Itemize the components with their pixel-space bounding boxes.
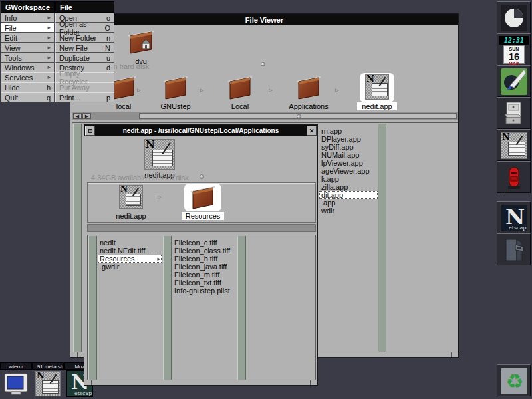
menu-item-print[interactable]: Print... p [55, 92, 114, 102]
bw-shelf-scrollbar[interactable] [87, 224, 316, 232]
menu-item-view[interactable]: View ▸ [1, 43, 55, 53]
dock-tile-mail[interactable]: ... [497, 161, 531, 193]
bw-resize-bar[interactable] [84, 380, 317, 385]
fv-app-row[interactable]: rn.app [319, 127, 378, 135]
menu-item-tools[interactable]: Tools ▸ [1, 53, 55, 63]
fv-app-row[interactable]: wdir [319, 207, 378, 215]
bw-col1-row[interactable]: .gwdir [98, 263, 162, 271]
shelf-folder-applications-label: Applications [282, 102, 335, 110]
bw-shelf-neditapp-label: nedit.app [111, 212, 151, 220]
menu-item-open-as-folder[interactable]: Open as Folder O [55, 23, 114, 33]
bw-col2-row[interactable]: FileIcon_txt.tiff [172, 279, 236, 287]
scroll-left-button[interactable]: ◀ [73, 113, 82, 119]
menu-item-new-folder[interactable]: New Folder n [55, 33, 114, 43]
bw-shelf-neditapp-icon[interactable]: N [119, 185, 143, 209]
fv-splitter-dimple[interactable] [261, 62, 265, 66]
menu-item-info[interactable]: Info ▸ [1, 13, 55, 23]
file-submenu: File Open o Open as Folder O New Folder … [55, 1, 114, 102]
bw-splitter-dimple[interactable] [200, 174, 204, 179]
fv-col1-scrollbar[interactable] [73, 124, 82, 352]
fv-apps-column: rn.app DPlayer.app syDiff.app NUMail.app… [319, 124, 378, 352]
shelf-folder-gnustep-icon[interactable] [162, 74, 189, 101]
dock-tile-gworkspace[interactable]: ... [497, 97, 531, 129]
fv-col2-scrollbar[interactable] [378, 124, 386, 352]
menu-item-hide[interactable]: Hide h [1, 82, 55, 92]
menu-item-new-file[interactable]: New File N [55, 43, 114, 53]
file-submenu-title[interactable]: File [55, 1, 114, 13]
shelf-folder-applications-icon[interactable] [295, 74, 322, 101]
fv-app-row[interactable]: DPlayer.app [319, 135, 378, 143]
miniaturize-button[interactable] [85, 126, 95, 136]
nedit-browser-title: nedit.app - /usr/local/GNUstep/Local/App… [123, 127, 279, 134]
scroll-right-button[interactable]: ▶ [82, 113, 91, 119]
miniwindow-nedit-label: ...91.meta.shtml [32, 362, 64, 370]
neditapp-window-icon[interactable]: N [144, 139, 175, 170]
dock-tile-datetime[interactable]: 12:31 SUN 16 MAR [497, 33, 531, 65]
menu-item-file[interactable]: File ▸ [1, 23, 55, 33]
menu-item-edit[interactable]: Edit ▸ [1, 33, 55, 43]
shelf-item-neditapp-label: nedit.app [357, 102, 397, 110]
fv-app-row[interactable]: syDiff.app [319, 143, 378, 151]
fv-app-row[interactable]: k.app [319, 175, 378, 183]
running-indicator: ... [499, 188, 507, 192]
miniwindow-wterm[interactable]: wterm [0, 362, 32, 397]
fv-app-row[interactable]: zilla.app [319, 183, 378, 191]
nedit-browser-window: nedit.app - /usr/local/GNUstep/Local/App… [84, 124, 318, 386]
bw-col2-row[interactable]: FileIcon_h.tiff [172, 255, 236, 263]
resources-folder-icon[interactable] [190, 184, 216, 211]
fv-app-row[interactable]: NUMail.app [319, 151, 378, 159]
bw-col1-row[interactable]: nedit.NEdit.tiff [98, 247, 162, 255]
gworkspace-menu-title[interactable]: GWorkspace [1, 1, 55, 13]
submenu-arrow-icon: ▸ [47, 45, 51, 51]
dock-tile-clock[interactable] [497, 1, 531, 33]
bw-disk-info: 4.34GB available on hard disk [91, 174, 189, 182]
fv-app-row[interactable]: lpViewer.app [319, 159, 378, 167]
running-indicator: ... [499, 124, 507, 128]
bw-col2-row[interactable]: FileIcon_java.tiff [172, 263, 236, 271]
dock-tile-nedit[interactable]: N [497, 129, 531, 161]
shelf-arrow-icon: ▹ [200, 86, 204, 94]
bw-col1-row-selected[interactable]: Resources ▸ [98, 255, 162, 263]
bw-col1-row[interactable]: nedit [98, 239, 162, 247]
miniwindow-wterm-label: wterm [0, 362, 32, 370]
home-folder-icon[interactable] [126, 28, 156, 56]
bw-col2-scrollbar[interactable] [163, 236, 172, 380]
dock-tile-netscape[interactable]: N etscape [497, 201, 531, 233]
bw-col2-row[interactable]: Info-gnustep.plist [172, 287, 236, 295]
menu-item-duplicate[interactable]: Duplicate u [55, 53, 114, 63]
close-button[interactable]: ✕ [307, 126, 317, 136]
fv-app-row[interactable]: ageViewer.app [319, 167, 378, 175]
shelf-folder-Local-icon[interactable] [227, 74, 253, 101]
close-icon: ✕ [309, 128, 315, 134]
clock-icon [501, 5, 527, 31]
digital-clock: 12:31 [499, 36, 529, 45]
fv-shelf-scrollbar[interactable]: ◀ ▶ [72, 112, 458, 120]
bw-col2-row[interactable]: FileIcon_m.tiff [172, 271, 236, 279]
fv-app-row-selected[interactable]: dit.app [319, 191, 378, 199]
fv-empty-column [387, 124, 458, 352]
dock-tile-recycler[interactable]: ♻ [497, 364, 531, 396]
desktop: File Viewer dvu available on hard disk l… [0, 0, 532, 399]
fv-shelf-scrollbar-knob[interactable] [139, 113, 457, 119]
menu-item-services[interactable]: Services ▸ [1, 72, 55, 82]
file-viewer-titlebar[interactable]: File Viewer [70, 14, 458, 25]
bw-col2-row[interactable]: FileIcon_class.tiff [172, 247, 236, 255]
file-viewer-title: File Viewer [245, 16, 283, 24]
bw-col3-scrollbar[interactable] [237, 236, 246, 380]
bw-col2-row[interactable]: FileIcon_c.tiff [172, 239, 236, 247]
shelf-folder-local-icon[interactable] [110, 74, 137, 101]
menu-item-quit[interactable]: Quit q [1, 92, 55, 102]
menu-item-empty-recycler[interactable]: Empty Recycler [55, 72, 114, 82]
bw-col1-scrollbar[interactable] [88, 236, 97, 380]
neditapp-icon[interactable]: N [365, 74, 389, 100]
nedit-browser-titlebar[interactable]: nedit.app - /usr/local/GNUstep/Local/App… [84, 125, 317, 136]
menu-item-windows[interactable]: Windows ▸ [1, 63, 55, 72]
miniwindow-nedit-document[interactable]: ...91.meta.shtml N [32, 362, 64, 397]
scroll-right-icon: ▶ [85, 114, 88, 118]
dock-tile-paint[interactable]: ... [497, 65, 531, 97]
shelf-arrow-icon: ▹ [335, 86, 339, 94]
nedit-dock-icon: N [501, 132, 527, 159]
dock-tile-cabinet-dark[interactable] [497, 233, 531, 265]
netscape-icon: N etscape [501, 205, 527, 231]
fv-app-row[interactable]: .app [319, 199, 378, 207]
